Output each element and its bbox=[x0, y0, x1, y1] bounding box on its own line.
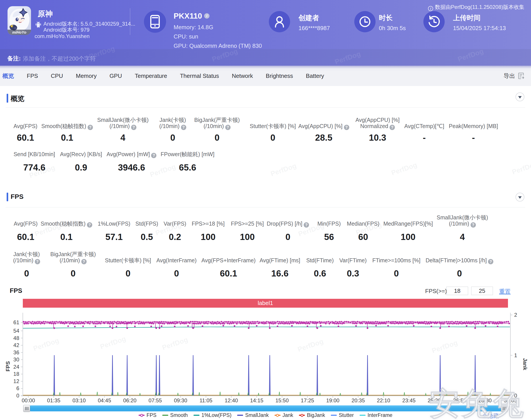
tab-thermal-status[interactable]: Thermal Status bbox=[180, 73, 219, 79]
tab-network[interactable]: Network bbox=[232, 73, 253, 79]
metric-cell: Jank(卡顿)(/10min)?0 bbox=[159, 113, 186, 142]
tab-概览[interactable]: 概览 bbox=[2, 72, 14, 80]
help-icon[interactable]: ? bbox=[87, 125, 93, 130]
svg-text:36: 36 bbox=[13, 349, 19, 355]
metric-label: Std(FTime) bbox=[306, 248, 334, 263]
metric-value: 60.1 bbox=[14, 133, 37, 142]
legend-label: Smooth bbox=[170, 412, 188, 418]
legend-label: SmallJank bbox=[245, 412, 269, 418]
device-cpu: CPU: sun bbox=[174, 33, 198, 40]
tab-cpu[interactable]: CPU bbox=[51, 73, 63, 79]
legend-label: Jank bbox=[282, 412, 293, 418]
svg-text:Jank: Jank bbox=[522, 358, 528, 370]
legend-mark bbox=[193, 415, 199, 416]
help-icon[interactable]: ? bbox=[344, 125, 349, 130]
fps-threshold-input-1[interactable] bbox=[446, 287, 468, 295]
metric-label: Avg(Power) [mW]? bbox=[107, 149, 156, 157]
help-icon[interactable]: ? bbox=[225, 125, 230, 130]
legend-item-interframe[interactable]: InterFrame bbox=[360, 412, 392, 418]
metric-label: Min(FPS) bbox=[317, 211, 341, 227]
overview-collapse-button[interactable] bbox=[515, 92, 524, 101]
help-icon[interactable]: ? bbox=[151, 153, 157, 158]
help-icon[interactable]: ? bbox=[181, 125, 186, 130]
help-icon[interactable]: ? bbox=[470, 222, 476, 228]
legend-item-stutter[interactable]: Stutter bbox=[331, 412, 354, 418]
android-icon bbox=[35, 21, 41, 28]
fps-threshold-input-2[interactable] bbox=[471, 287, 493, 295]
legend-item-1-low-fps-[interactable]: 1%Low(FPS) bbox=[193, 412, 231, 418]
metric-value: 0.1 bbox=[41, 133, 93, 142]
export-button[interactable]: 导出 bbox=[503, 66, 525, 86]
metric-label: Jank(卡顿)(/10min)? bbox=[13, 248, 40, 263]
metric-label: MedRange(FPS)[%] bbox=[383, 211, 433, 227]
metric-value: 100 bbox=[231, 232, 264, 241]
legend-label: BigJank bbox=[307, 412, 325, 418]
metric-cell: Avg(InterFrame)0 bbox=[156, 248, 197, 278]
legend-item-smalljank[interactable]: SmallJank bbox=[237, 412, 269, 418]
fps-threshold-label: FPS(>=) bbox=[425, 288, 447, 295]
device-gpu: GPU: Qualcomm Adreno (TM) 830 bbox=[174, 43, 262, 49]
tab-gpu[interactable]: GPU bbox=[109, 73, 122, 79]
fps-collapse-button[interactable] bbox=[515, 193, 524, 201]
svg-text:label1: label1 bbox=[258, 300, 273, 306]
duration-icon-circle bbox=[354, 11, 376, 32]
legend-item-smooth[interactable]: Smooth bbox=[162, 412, 188, 418]
help-icon[interactable]: ? bbox=[87, 222, 92, 228]
svg-text:26:55: 26:55 bbox=[453, 397, 466, 404]
metric-cell: Stutter(卡顿率) [%]0 bbox=[250, 113, 296, 142]
metric-cell: FPS>=18 [%]100 bbox=[192, 211, 225, 241]
metric-value: 0.3 bbox=[339, 269, 367, 278]
help-icon[interactable]: ? bbox=[81, 259, 87, 264]
metric-label: Var(FPS) bbox=[164, 211, 186, 227]
metric-label: BigJank(严重卡顿)(/10min)? bbox=[50, 248, 96, 263]
fps-section-bar bbox=[7, 193, 8, 201]
help-icon[interactable]: ? bbox=[488, 259, 493, 264]
svg-text:04:45: 04:45 bbox=[98, 397, 111, 404]
metric-value: 774.6 bbox=[14, 163, 55, 172]
tab-temperature[interactable]: Temperature bbox=[135, 73, 167, 79]
metric-label: Delta(FTime)>100ms [/h]? bbox=[426, 248, 493, 263]
metric-cell: Avg(FPS+InterFrame)60.1 bbox=[202, 248, 256, 278]
legend-item-fps[interactable]: FPS bbox=[139, 412, 157, 418]
scrollbar-right-handle[interactable] bbox=[501, 405, 508, 412]
note-input-placeholder[interactable]: 添加备注，不超过200个字符 bbox=[23, 55, 96, 63]
help-icon[interactable]: ? bbox=[389, 125, 395, 130]
tab-battery[interactable]: Battery bbox=[306, 73, 324, 79]
metric-label: Avg(AppCPU) [%]Normalized? bbox=[355, 113, 400, 129]
metric-cell: Avg(FPS)60.1 bbox=[14, 113, 37, 142]
svg-text:30:05: 30:05 bbox=[504, 397, 517, 404]
tab-memory[interactable]: Memory bbox=[76, 73, 97, 79]
scrollbar-left-handle[interactable] bbox=[23, 405, 30, 412]
tab-fps[interactable]: FPS bbox=[27, 73, 38, 79]
metric-value: 100 bbox=[192, 232, 225, 241]
fps-line-chart[interactable]: label10612182430364248546101200:0001:350… bbox=[0, 296, 531, 420]
metric-value: 0 bbox=[159, 133, 186, 142]
legend-item-bigjank[interactable]: BigJank bbox=[299, 412, 325, 418]
legend-item-jank[interactable]: Jank bbox=[274, 412, 293, 418]
hide-all-link[interactable]: 全隐藏 bbox=[482, 412, 499, 420]
metric-cell: FTime>=100ms [%]0 bbox=[372, 248, 420, 278]
metric-cell: Median(FPS)60 bbox=[347, 211, 379, 241]
reset-link[interactable]: 重置 bbox=[499, 288, 511, 296]
device-icon-circle bbox=[144, 11, 166, 33]
svg-text:0: 0 bbox=[16, 392, 19, 399]
metric-cell: Jank(卡顿)(/10min)?0 bbox=[13, 248, 40, 278]
help-icon[interactable]: ? bbox=[35, 259, 40, 264]
metric-value: 56 bbox=[317, 232, 341, 241]
legend-mark bbox=[360, 415, 366, 416]
metric-label: Avg(FPS+InterFrame) bbox=[202, 248, 256, 263]
metric-value: 0 bbox=[105, 269, 151, 278]
tab-brightness[interactable]: Brightness bbox=[266, 73, 293, 79]
scrollbar-range[interactable] bbox=[30, 405, 501, 411]
svg-text:2: 2 bbox=[514, 312, 517, 318]
help-icon[interactable]: ? bbox=[304, 222, 309, 228]
device-info-icon[interactable]: i bbox=[204, 13, 209, 19]
metric-value: 0 bbox=[194, 133, 240, 142]
svg-text:01:35: 01:35 bbox=[47, 397, 61, 404]
metric-value: 0 bbox=[267, 232, 309, 241]
history-clock-icon bbox=[423, 11, 445, 32]
metric-value: 0 bbox=[426, 269, 493, 278]
metric-value: 10.3 bbox=[355, 133, 400, 142]
help-icon[interactable]: ? bbox=[131, 125, 136, 130]
svg-text:54: 54 bbox=[13, 328, 19, 334]
